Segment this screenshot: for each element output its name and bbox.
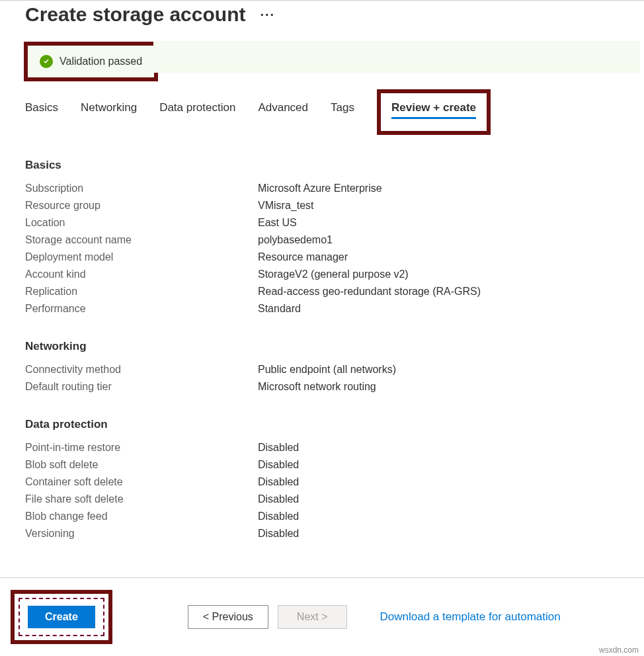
label-location: Location — [25, 217, 258, 229]
row-resource-group: Resource group VMisra_test — [25, 197, 644, 214]
value-subscription: Microsoft Azure Enterprise — [258, 183, 382, 194]
tab-advanced[interactable]: Advanced — [258, 99, 308, 131]
page-title-text: Create storage account — [25, 3, 245, 26]
label-point-in-time-restore: Point-in-time restore — [25, 442, 258, 454]
next-button: Next > — [278, 605, 347, 629]
footer-bar: Create < Previous Next > Download a temp… — [0, 577, 644, 656]
row-point-in-time-restore: Point-in-time restore Disabled — [25, 439, 644, 456]
section-title-basics: Basics — [25, 159, 644, 172]
value-blob-change-feed: Disabled — [258, 511, 299, 522]
create-highlight-box: Create — [11, 590, 112, 644]
row-deployment-model: Deployment model Resource manager — [25, 249, 644, 266]
value-file-share-soft-delete: Disabled — [258, 493, 299, 505]
tab-review-create-highlight: Review + create — [377, 89, 491, 135]
label-versioning: Versioning — [25, 528, 258, 540]
value-replication: Read-access geo-redundant storage (RA-GR… — [258, 286, 481, 298]
label-resource-group: Resource group — [25, 200, 258, 212]
label-subscription: Subscription — [25, 183, 258, 194]
tab-basics[interactable]: Basics — [25, 99, 58, 131]
label-deployment-model: Deployment model — [25, 251, 258, 263]
tab-review-create[interactable]: Review + create — [391, 101, 476, 119]
label-account-kind: Account kind — [25, 268, 258, 280]
label-blob-change-feed: Blob change feed — [25, 511, 258, 522]
row-versioning: Versioning Disabled — [25, 525, 644, 542]
value-point-in-time-restore: Disabled — [258, 442, 299, 454]
row-account-kind: Account kind StorageV2 (general purpose … — [25, 266, 644, 283]
row-blob-change-feed: Blob change feed Disabled — [25, 508, 644, 525]
row-default-routing-tier: Default routing tier Microsoft network r… — [25, 378, 644, 395]
row-performance: Performance Standard — [25, 300, 644, 317]
download-template-link[interactable]: Download a template for automation — [380, 610, 561, 624]
watermark-text: wsxdn.com — [599, 645, 639, 655]
tab-bar: Basics Networking Data protection Advanc… — [0, 88, 644, 131]
value-location: East US — [258, 217, 297, 229]
row-location: Location East US — [25, 214, 644, 231]
tab-tags[interactable]: Tags — [331, 99, 354, 131]
section-title-networking: Networking — [25, 340, 644, 353]
row-storage-account-name: Storage account name polybasedemo1 — [25, 231, 644, 249]
row-subscription: Subscription Microsoft Azure Enterprise — [25, 180, 644, 197]
validation-banner: Validation passed — [24, 42, 158, 81]
value-account-kind: StorageV2 (general purpose v2) — [258, 268, 409, 280]
label-container-soft-delete: Container soft delete — [25, 476, 258, 488]
label-replication: Replication — [25, 286, 258, 298]
value-storage-account-name: polybasedemo1 — [258, 234, 333, 246]
review-content: Basics Subscription Microsoft Azure Ente… — [0, 131, 644, 542]
create-dashed-box: Create — [19, 598, 104, 636]
value-versioning: Disabled — [258, 528, 299, 540]
label-blob-soft-delete: Blob soft delete — [25, 459, 258, 471]
more-options-button[interactable]: ··· — [260, 7, 275, 22]
value-performance: Standard — [258, 303, 301, 315]
value-default-routing-tier: Microsoft network routing — [258, 381, 376, 393]
label-default-routing-tier: Default routing tier — [25, 381, 258, 393]
row-container-soft-delete: Container soft delete Disabled — [25, 473, 644, 491]
label-performance: Performance — [25, 303, 258, 315]
label-storage-account-name: Storage account name — [25, 234, 258, 246]
row-file-share-soft-delete: File share soft delete Disabled — [25, 491, 644, 508]
value-container-soft-delete: Disabled — [258, 476, 299, 488]
row-connectivity-method: Connectivity method Public endpoint (all… — [25, 361, 644, 378]
label-file-share-soft-delete: File share soft delete — [25, 493, 258, 505]
previous-button[interactable]: < Previous — [188, 605, 268, 629]
create-button[interactable]: Create — [28, 606, 95, 628]
value-blob-soft-delete: Disabled — [258, 459, 299, 471]
value-connectivity-method: Public endpoint (all networks) — [258, 364, 396, 376]
success-check-icon — [40, 55, 53, 68]
tab-data-protection[interactable]: Data protection — [159, 99, 235, 131]
row-blob-soft-delete: Blob soft delete Disabled — [25, 456, 644, 473]
row-replication: Replication Read-access geo-redundant st… — [25, 283, 644, 300]
validation-banner-bg — [153, 41, 640, 73]
page-title: Create storage account ··· — [0, 1, 644, 31]
label-connectivity-method: Connectivity method — [25, 364, 258, 376]
validation-text: Validation passed — [60, 56, 142, 67]
section-title-data-protection: Data protection — [25, 418, 644, 431]
value-resource-group: VMisra_test — [258, 200, 313, 212]
value-deployment-model: Resource manager — [258, 251, 348, 263]
tab-networking[interactable]: Networking — [81, 99, 137, 131]
